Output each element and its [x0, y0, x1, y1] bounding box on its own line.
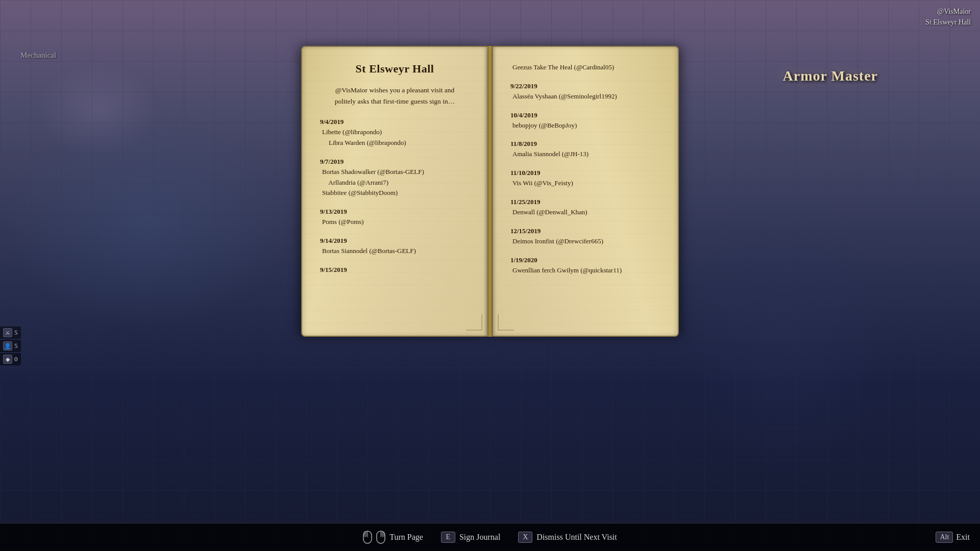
entry-date-1: 9/7/2019	[320, 158, 470, 166]
entry-name-1-2: Stabbitee (@StabbityDoom)	[320, 188, 470, 198]
entry-date-3: 9/14/2019	[320, 237, 470, 245]
entry-name-3-0: Bortas Siannodel (@Bortas-GELF)	[320, 246, 470, 257]
entry-date-0: 9/4/2019	[320, 118, 470, 126]
entry-name-2-0: Poms (@Poms)	[320, 217, 470, 228]
left-entry-1: 9/7/2019 Bortas Shadowalker (@Bortas-GEL…	[320, 158, 470, 198]
side-ui-item-3: ◆ 0	[0, 353, 21, 365]
entry-name-1-1: Arllandria (@Arrani7)	[320, 178, 470, 188]
entry-name-1-0: Bortas Shadowalker (@Bortas-GELF)	[320, 167, 470, 178]
svg-rect-5	[381, 531, 385, 537]
book-left-page: St Elsweyr Hall @VisMaior wishes you a p…	[301, 46, 488, 337]
right-name-4-0: Vis Wii (@Vis_Feisty)	[510, 178, 660, 189]
book: St Elsweyr Hall @VisMaior wishes you a p…	[301, 46, 679, 337]
turn-page-label: Turn Page	[389, 533, 423, 542]
entry-name-0-0: Libette (@librapondo)	[320, 127, 470, 138]
right-entry-6: 12/15/2019 Deimos Ironfist (@Drewcifer66…	[510, 227, 660, 247]
exit-modifier-key[interactable]: Alt	[936, 532, 953, 543]
entry-date-2: 9/13/2019	[320, 208, 470, 216]
side-ui-value-1: 5	[14, 329, 18, 337]
sign-journal-label: Sign Journal	[459, 533, 500, 542]
right-date-1: 9/22/2019	[510, 82, 660, 90]
right-date-7: 1/19/2020	[510, 256, 660, 264]
right-date-2: 10/4/2019	[510, 111, 660, 119]
dismiss-visit-action[interactable]: X Dismiss Until Next Visit	[518, 532, 617, 543]
top-right-info: @VisMaior St Elsweyr Hall	[925, 6, 971, 28]
side-ui-item-2: 👤 5	[0, 340, 21, 352]
left-entry-0: 9/4/2019 Libette (@librapondo) Libra War…	[320, 118, 470, 148]
right-entry-0: Geezus Take The Heal (@Cardinal05)	[510, 62, 660, 73]
side-ui-value-2: 5	[14, 342, 18, 350]
book-right-page: Geezus Take The Heal (@Cardinal05) 9/22/…	[492, 46, 679, 337]
person-icon: 👤	[3, 341, 12, 350]
right-entry-5: 11/25/2019 Denwall (@Denwall_Khan)	[510, 198, 660, 218]
turn-page-action[interactable]: Turn Page	[363, 531, 423, 544]
right-name-1-0: Alassëa Vyshaan (@Seminolegirl1992)	[510, 91, 660, 102]
mouse-right-icon	[376, 531, 385, 544]
right-date-4: 11/10/2019	[510, 169, 660, 177]
right-name-5-0: Denwall (@Denwall_Khan)	[510, 207, 660, 218]
right-entry-3: 11/8/2019 Amalia Siannodel (@JH-13)	[510, 140, 660, 160]
right-date-6: 12/15/2019	[510, 227, 660, 235]
sign-journal-action[interactable]: E Sign Journal	[441, 532, 500, 543]
dismiss-visit-label: Dismiss Until Next Visit	[536, 533, 617, 542]
sign-journal-key[interactable]: E	[441, 532, 455, 543]
exit-label: Exit	[956, 533, 970, 542]
book-intro: @VisMaior wishes you a pleasant visit an…	[320, 85, 470, 107]
username-label: @VisMaior	[925, 6, 971, 17]
right-name-7-0: Gwenllian ferch Gwilym (@quickstar11)	[510, 265, 660, 276]
left-entry-4: 9/15/2019	[320, 266, 470, 274]
right-entry-4: 11/10/2019 Vis Wii (@Vis_Feisty)	[510, 169, 660, 189]
exit-action[interactable]: Alt Exit	[936, 532, 970, 543]
right-entry-2: 10/4/2019 bebopjoy (@BeBopJoy)	[510, 111, 660, 131]
right-entry-7: 1/19/2020 Gwenllian ferch Gwilym (@quick…	[510, 256, 660, 276]
book-title: St Elsweyr Hall	[320, 62, 470, 76]
bottom-bar: Turn Page E Sign Journal X Dismiss Until…	[0, 523, 980, 551]
mouse-left-icon	[363, 531, 372, 544]
right-name-0-0: Geezus Take The Heal (@Cardinal05)	[510, 62, 660, 73]
left-entry-3: 9/14/2019 Bortas Siannodel (@Bortas-GELF…	[320, 237, 470, 257]
right-entry-1: 9/22/2019 Alassëa Vyshaan (@Seminolegirl…	[510, 82, 660, 102]
side-ui-value-3: 0	[14, 355, 18, 363]
sword-icon: ⚔	[3, 328, 12, 337]
side-ui-panel: ⚔ 5 👤 5 ◆ 0	[0, 327, 21, 365]
right-date-3: 11/8/2019	[510, 140, 660, 148]
right-name-2-0: bebopjoy (@BeBopJoy)	[510, 120, 660, 131]
location-label: St Elsweyr Hall	[925, 17, 971, 28]
left-entry-2: 9/13/2019 Poms (@Poms)	[320, 208, 470, 228]
right-name-6-0: Deimos Ironfist (@Drewcifer665)	[510, 236, 660, 247]
book-spine	[488, 46, 492, 337]
dismiss-visit-key[interactable]: X	[518, 532, 532, 543]
top-left-label: Mechanical	[20, 51, 56, 60]
entry-name-0-1: Libra Warden (@librapondo)	[320, 138, 470, 148]
side-ui-item-1: ⚔ 5	[0, 327, 21, 339]
gem-icon: ◆	[3, 355, 12, 364]
armor-master-label: Armor Master	[783, 68, 878, 84]
right-date-5: 11/25/2019	[510, 198, 660, 206]
entry-date-4: 9/15/2019	[320, 266, 470, 274]
right-name-3-0: Amalia Siannodel (@JH-13)	[510, 149, 660, 160]
svg-rect-2	[363, 531, 368, 537]
